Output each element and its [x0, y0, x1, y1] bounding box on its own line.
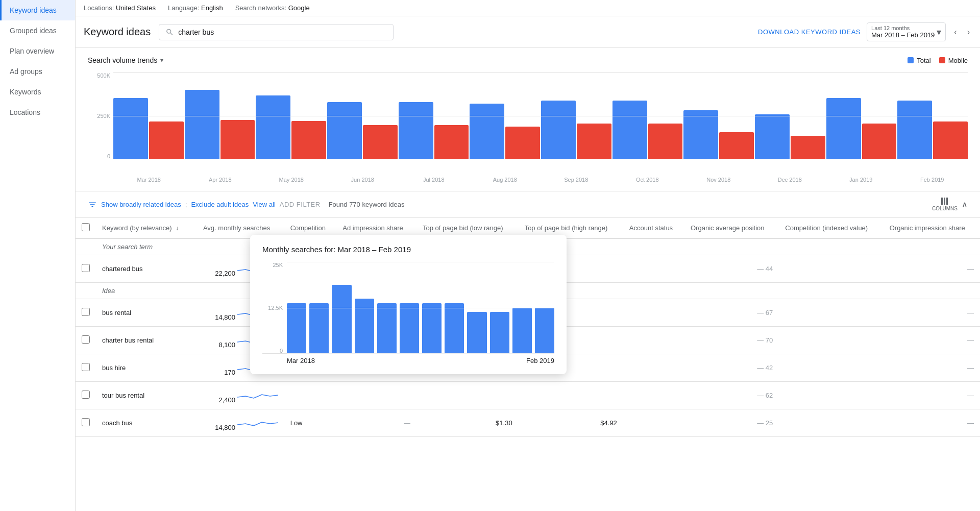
competition-idx-cell	[779, 354, 883, 382]
avg-searches-cell: 14,800	[197, 299, 284, 327]
row-checkbox[interactable]	[82, 335, 90, 344]
select-all-header[interactable]	[76, 218, 96, 238]
networks-info: Search networks: Google	[235, 4, 310, 12]
chart-legend: Total Mobile	[908, 57, 968, 64]
table-row: charter bus rental 8,100 — 70 —	[76, 327, 980, 354]
bid-high-cell	[519, 354, 623, 382]
x-axis-label: Nov 2018	[683, 177, 754, 183]
sidebar-item-ad-groups[interactable]: Ad groups	[0, 61, 75, 82]
chart-title: Search volume trends	[88, 56, 157, 64]
exclude-adult-filter[interactable]: Exclude adult ideas	[191, 201, 249, 208]
organic-impression-cell: —	[884, 327, 980, 354]
organic-impression-cell: —	[884, 409, 980, 437]
download-button[interactable]: DOWNLOAD KEYWORD IDEAS	[758, 28, 861, 36]
broadly-related-filter[interactable]: Show broadly related ideas	[101, 201, 181, 208]
row-checkbox[interactable]	[82, 308, 90, 316]
row-checkbox[interactable]	[82, 418, 90, 426]
bid-high-cell	[519, 382, 623, 409]
competition-idx-cell	[779, 409, 883, 437]
search-input[interactable]	[178, 28, 387, 36]
x-axis-label: May 2018	[256, 177, 327, 183]
competition-idx-cell	[779, 382, 883, 409]
bar-mobile	[862, 124, 897, 159]
collapse-button[interactable]: ∧	[962, 200, 968, 209]
date-range-picker[interactable]: Last 12 months Mar 2018 – Feb 2019 ▾	[867, 22, 946, 41]
row-checkbox-cell[interactable]	[76, 327, 96, 354]
date-next-arrow[interactable]: ›	[965, 26, 972, 39]
page-title: Keyword ideas	[84, 26, 151, 38]
bid-low-cell	[416, 255, 519, 283]
chart-dropdown-icon[interactable]: ▾	[160, 57, 163, 64]
sidebar-item-keywords[interactable]: Keywords	[0, 82, 75, 102]
row-checkbox-cell[interactable]	[76, 299, 96, 327]
header-right: DOWNLOAD KEYWORD IDEAS Last 12 months Ma…	[758, 22, 972, 41]
bar-total	[327, 102, 362, 159]
sidebar-item-grouped-ideas[interactable]: Grouped ideas	[0, 20, 75, 41]
organic-avg-cell: — 67	[684, 299, 779, 327]
row-checkbox[interactable]	[82, 391, 90, 399]
row-checkbox-cell[interactable]	[76, 255, 96, 283]
search-box[interactable]	[159, 24, 394, 40]
row-checkbox-cell[interactable]	[76, 382, 96, 409]
columns-button[interactable]: COLUMNS	[932, 198, 958, 211]
organic-avg-cell: — 42	[684, 354, 779, 382]
bid-high-cell	[519, 327, 623, 354]
x-axis-label: Jun 2018	[327, 177, 399, 183]
x-axis-label: Jul 2018	[398, 177, 470, 183]
bar-group	[327, 102, 398, 159]
organic-impression-cell: —	[884, 354, 980, 382]
date-prev-arrow[interactable]: ‹	[952, 26, 959, 39]
sparkline	[237, 260, 278, 276]
bar-mobile	[791, 136, 825, 159]
bar-group	[755, 114, 825, 159]
th-organic-impression: Organic impression share	[884, 218, 980, 238]
bar-group	[612, 101, 683, 159]
th-account: Account status	[623, 218, 684, 238]
view-all-filter[interactable]: View all	[253, 201, 276, 208]
row-checkbox-cell[interactable]	[76, 409, 96, 437]
sidebar-item-locations[interactable]: Locations	[0, 102, 75, 123]
chart-section: Search volume trends ▾ Total Mobile	[76, 48, 980, 191]
bar-total	[826, 98, 861, 159]
th-keyword[interactable]: Keyword (by relevance) ↓	[96, 218, 197, 238]
sidebar-item-plan-overview[interactable]: Plan overview	[0, 41, 75, 61]
row-checkbox-cell[interactable]	[76, 354, 96, 382]
sidebar: Keyword ideas Grouped ideas Plan overvie…	[0, 0, 76, 511]
competition-cell	[284, 299, 337, 327]
bar-group	[399, 102, 469, 159]
bar-total	[683, 110, 718, 159]
row-checkbox[interactable]	[82, 363, 90, 371]
bar-total	[612, 101, 647, 159]
organic-impression-cell: —	[884, 299, 980, 327]
bid-high-cell: $4.92	[519, 409, 623, 437]
language-info: Language: English	[168, 4, 223, 12]
keyword-cell: charter bus rental	[96, 327, 197, 354]
competition-cell	[284, 255, 337, 283]
bar-total	[541, 101, 576, 159]
bar-total	[256, 95, 290, 159]
account-status-cell	[623, 382, 684, 409]
table-row: coach bus 14,800 Low — $1.30 $4.92 — 25 …	[76, 409, 980, 437]
table-row: chartered bus 22,200 — 44 —	[76, 255, 980, 283]
select-all-checkbox[interactable]	[82, 223, 90, 231]
organic-avg-cell: — 62	[684, 382, 779, 409]
add-filter-button[interactable]: ADD FILTER	[280, 201, 321, 208]
bar-mobile	[363, 125, 398, 159]
x-axis-label: Apr 2018	[185, 177, 256, 183]
account-status-cell	[623, 299, 684, 327]
th-bid-high: Top of page bid (high range)	[519, 218, 623, 238]
bar-mobile	[220, 120, 255, 159]
sidebar-item-keyword-ideas[interactable]: Keyword ideas	[0, 0, 75, 20]
bar-group	[683, 110, 754, 159]
competition-cell	[284, 382, 337, 409]
account-status-cell	[623, 409, 684, 437]
page-header: Keyword ideas DOWNLOAD KEYWORD IDEAS Las…	[76, 16, 980, 48]
competition-cell: Low	[284, 409, 337, 437]
competition-cell	[284, 354, 337, 382]
main-bar-chart: 500K 250K 0	[88, 72, 968, 175]
legend-total-label: Total	[917, 57, 930, 64]
row-checkbox[interactable]	[82, 264, 90, 272]
bid-low-cell: $1.30	[416, 409, 519, 437]
legend-total-dot	[908, 57, 914, 63]
bar-mobile	[434, 125, 469, 159]
